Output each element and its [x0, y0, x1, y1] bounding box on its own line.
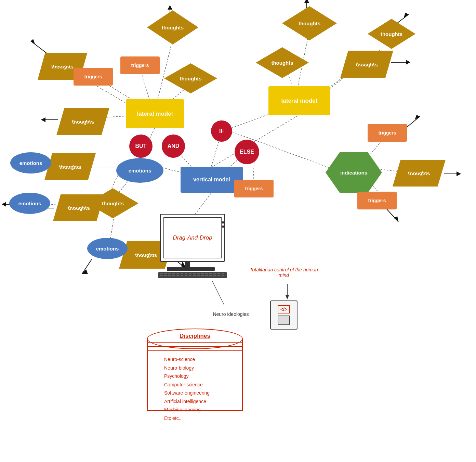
- emotions-center: emotions: [116, 158, 163, 183]
- triggers-left1: triggers: [74, 68, 113, 86]
- disciplines-list: Neuro-scienceNeuro-biologyPsychologyComp…: [164, 355, 239, 422]
- thoughts-topright2: thoughts: [256, 47, 309, 78]
- svg-line-51: [406, 116, 420, 128]
- svg-line-17: [162, 168, 183, 173]
- floppy-disk: </>: [270, 300, 298, 330]
- svg-marker-46: [2, 202, 6, 207]
- svg-line-31: [31, 41, 48, 54]
- svg-line-49: [386, 209, 398, 222]
- drag-drop-label: Drag-And-Drop: [173, 234, 212, 241]
- emotions-left2: emotions: [9, 193, 50, 214]
- discipline-item: Psychology: [164, 372, 239, 381]
- triggers-right1: triggers: [368, 124, 407, 142]
- emotions-bottom: emotions: [87, 238, 128, 259]
- but-node: BUT: [129, 134, 153, 158]
- svg-marker-38: [404, 13, 409, 18]
- thoughts-topright1: thoughts: [282, 6, 337, 40]
- database-cylinder: Disciplines Neuro-scienceNeuro-biologyPs…: [147, 329, 243, 418]
- thoughts-left1: thoughts: [44, 153, 96, 180]
- thoughts-topright4: thoughts: [368, 19, 415, 49]
- svg-marker-52: [415, 115, 420, 120]
- triggers-left2: triggers: [120, 56, 160, 74]
- code-symbol: </>: [278, 305, 290, 313]
- discipline-item: Software-engineering: [164, 389, 239, 397]
- triggers-right3: triggers: [357, 192, 397, 209]
- discipline-item: Neuro-biology: [164, 364, 239, 372]
- indications-node: indications: [326, 152, 382, 193]
- svg-marker-50: [394, 216, 398, 222]
- neuro-ideologies-label: Neuro ideologies: [197, 311, 265, 317]
- discipline-item: Neuro-science: [164, 355, 239, 364]
- svg-marker-34: [168, 5, 172, 10]
- if-node: IF: [211, 120, 232, 142]
- vertical-model: vertical model: [181, 167, 243, 193]
- emotions-left1: emotions: [10, 152, 51, 174]
- thoughts-topmid1: thoughts: [147, 10, 198, 44]
- thoughts-midleft: thoughts: [56, 108, 109, 135]
- svg-marker-56: [82, 269, 88, 274]
- svg-line-55: [82, 259, 92, 274]
- and-node: AND: [162, 134, 185, 158]
- else-node: ELSE: [235, 140, 259, 164]
- svg-marker-58: [406, 60, 410, 65]
- thoughts-topright3: thoughts: [340, 51, 393, 78]
- discipline-item: Computer science: [164, 381, 239, 389]
- discipline-item: Etc etc...: [164, 414, 239, 423]
- lateral-model-right: lateral model: [268, 86, 330, 115]
- computer-monitor: Drag-And-Drop: [153, 214, 232, 277]
- disciplines-title: Disciplines: [147, 333, 243, 339]
- discipline-item: Machine learning: [164, 406, 239, 414]
- svg-line-61: [212, 281, 224, 305]
- svg-marker-32: [31, 39, 35, 44]
- thoughts-topmid2: thoughts: [164, 63, 217, 93]
- svg-marker-48: [457, 171, 461, 176]
- svg-marker-40: [41, 117, 45, 122]
- discipline-item: Artificial intelligence: [164, 397, 239, 406]
- totalitarian-text: Totalitarian control of the human mind: [250, 267, 318, 278]
- thoughts-right: thoughts: [393, 160, 446, 187]
- svg-marker-36: [304, 0, 309, 3]
- triggers-right2: triggers: [234, 180, 274, 197]
- lateral-model-left: lateral model: [126, 99, 184, 128]
- svg-marker-60: [286, 295, 289, 299]
